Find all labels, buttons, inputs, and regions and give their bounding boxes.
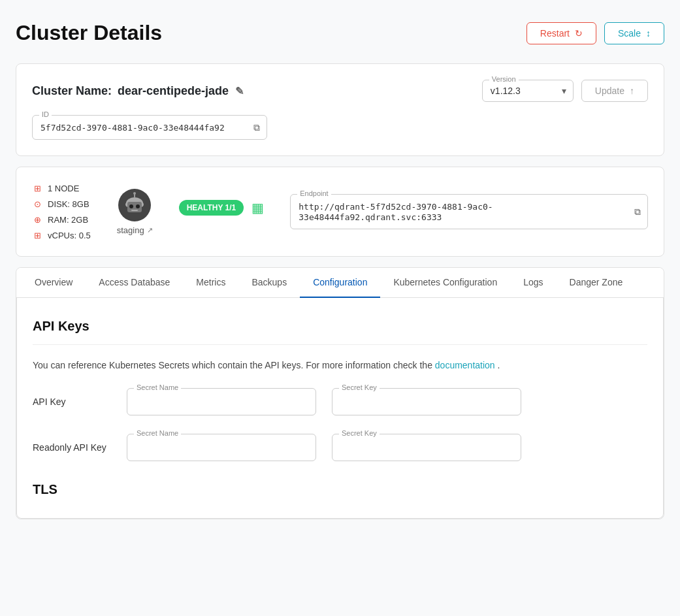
disk-item: ⊙ DISK: 8GB — [32, 199, 91, 209]
grid-icon: ▦ — [251, 200, 264, 216]
version-dropdown-icon: ▾ — [562, 86, 566, 96]
configuration-content: API Keys You can reference Kubernetes Se… — [16, 298, 664, 519]
svg-rect-7 — [131, 210, 138, 211]
readonly-api-key-secret-name-field: Secret Name — [127, 434, 316, 461]
staging-avatar-icon — [118, 189, 151, 221]
readonly-secret-key-label: Secret Key — [339, 429, 380, 437]
endpoint-field: Endpoint http://qdrant-5f7d52cd-3970-488… — [290, 194, 648, 229]
scale-icon: ↕ — [646, 28, 651, 39]
edit-cluster-name-icon[interactable]: ✎ — [235, 85, 244, 97]
health-badge: HEALTHY 1/1 — [179, 200, 244, 216]
endpoint-value: http://qdrant-5f7d52cd-3970-4881-9ac0-33… — [299, 202, 493, 222]
readonly-secret-name-label: Secret Name — [134, 429, 181, 437]
api-key-secret-key-input[interactable] — [340, 397, 513, 407]
node-count-value: 1 NODE — [48, 184, 79, 193]
disk-icon: ⊙ — [32, 199, 42, 209]
endpoint-label: Endpoint — [297, 189, 331, 197]
ram-icon: ⊕ — [32, 214, 42, 225]
svg-point-9 — [133, 192, 136, 195]
restart-icon: ↻ — [575, 28, 583, 39]
readonly-api-key-secret-name-input[interactable] — [135, 442, 308, 453]
node-count-item: ⊞ 1 NODE — [32, 183, 91, 193]
scale-label: Scale — [618, 28, 641, 39]
version-select[interactable]: Version v1.12.3 ▾ — [482, 80, 574, 102]
copy-endpoint-icon[interactable]: ⧉ — [634, 206, 641, 218]
readonly-api-key-row: Readonly API Key Secret Name Secret Key — [33, 434, 647, 461]
readonly-api-key-secret-key-field: Secret Key — [332, 434, 521, 461]
scale-button[interactable]: Scale ↕ — [604, 22, 664, 44]
external-link-icon: ↗ — [147, 226, 153, 235]
nodes-icon: ⊞ — [32, 183, 42, 193]
page-header: Cluster Details Restart ↻ Scale ↕ — [16, 21, 664, 45]
api-key-secret-key-field: Secret Key — [332, 388, 521, 415]
update-button[interactable]: Update ↑ — [581, 80, 648, 102]
api-key-secret-name-label: Secret Name — [134, 383, 181, 391]
restart-button[interactable]: Restart ↻ — [526, 22, 596, 44]
tab-metrics[interactable]: Metrics — [183, 268, 238, 298]
tabs-and-content: Overview Access Database Metrics Backups… — [16, 267, 664, 519]
api-key-secret-name-input[interactable] — [135, 397, 308, 407]
tab-kubernetes-configuration[interactable]: Kubernetes Configuration — [380, 268, 510, 298]
staging-box: staging ↗ — [117, 189, 153, 235]
update-label: Update — [595, 86, 624, 96]
tab-backups[interactable]: Backups — [238, 268, 300, 298]
vcpu-value: vCPUs: 0.5 — [48, 231, 91, 240]
disk-value: DISK: 8GB — [48, 199, 89, 209]
cluster-name: Cluster Name: dear-centipede-jade ✎ — [32, 84, 244, 98]
status-row: ⊞ 1 NODE ⊙ DISK: 8GB ⊕ RAM: 2GB ⊞ vCPUs:… — [32, 183, 648, 240]
api-keys-title: API Keys — [33, 319, 647, 345]
tab-logs[interactable]: Logs — [510, 268, 556, 298]
api-key-secret-key-label: Secret Key — [339, 383, 380, 391]
cluster-info-card: Cluster Name: dear-centipede-jade ✎ Vers… — [16, 63, 664, 156]
readonly-api-key-label: Readonly API Key — [33, 442, 111, 453]
tab-access-database[interactable]: Access Database — [86, 268, 183, 298]
cluster-id-field: ID 5f7d52cd-3970-4881-9ac0-33e48444fa92 … — [32, 115, 267, 140]
restart-label: Restart — [540, 28, 570, 39]
ram-value: RAM: 2GB — [48, 215, 88, 225]
api-key-secret-name-field: Secret Name — [127, 388, 316, 415]
cluster-status-card: ⊞ 1 NODE ⊙ DISK: 8GB ⊕ RAM: 2GB ⊞ vCPUs:… — [16, 167, 664, 257]
tab-danger-zone[interactable]: Danger Zone — [557, 268, 636, 298]
ram-item: ⊕ RAM: 2GB — [32, 214, 91, 225]
healthy-row: HEALTHY 1/1 ▦ — [179, 200, 265, 216]
version-value: v1.12.3 — [491, 86, 521, 96]
id-label: ID — [39, 110, 52, 118]
svg-point-6 — [136, 204, 140, 208]
node-info: ⊞ 1 NODE ⊙ DISK: 8GB ⊕ RAM: 2GB ⊞ vCPUs:… — [32, 183, 91, 240]
tabs-bar: Overview Access Database Metrics Backups… — [16, 268, 664, 298]
upload-icon: ↑ — [630, 86, 634, 96]
section-description: You can reference Kubernetes Secrets whi… — [33, 358, 647, 372]
header-actions: Restart ↻ Scale ↕ — [526, 22, 664, 44]
tab-configuration[interactable]: Configuration — [300, 268, 380, 298]
tab-overview[interactable]: Overview — [22, 268, 86, 298]
cluster-name-label: Cluster Name: dear-centipede-jade — [32, 84, 229, 98]
version-update-row: Version v1.12.3 ▾ Update ↑ — [482, 80, 648, 102]
id-value: 5f7d52cd-3970-4881-9ac0-33e48444fa92 — [40, 123, 225, 133]
copy-id-icon[interactable]: ⧉ — [253, 122, 260, 133]
health-status-group: HEALTHY 1/1 ▦ — [179, 200, 265, 223]
api-key-row: API Key Secret Name Secret Key — [33, 388, 647, 415]
documentation-link[interactable]: documentation — [435, 360, 495, 370]
vcpu-icon: ⊞ — [32, 230, 42, 240]
version-label: Version — [489, 75, 519, 83]
readonly-api-key-secret-key-input[interactable] — [340, 442, 513, 453]
cluster-name-row: Cluster Name: dear-centipede-jade ✎ Vers… — [32, 80, 648, 102]
staging-label: staging ↗ — [117, 225, 153, 235]
svg-point-5 — [129, 204, 133, 208]
tls-title: TLS — [33, 482, 647, 497]
page-title: Cluster Details — [16, 21, 162, 45]
vcpu-item: ⊞ vCPUs: 0.5 — [32, 230, 91, 240]
api-key-label: API Key — [33, 397, 111, 407]
